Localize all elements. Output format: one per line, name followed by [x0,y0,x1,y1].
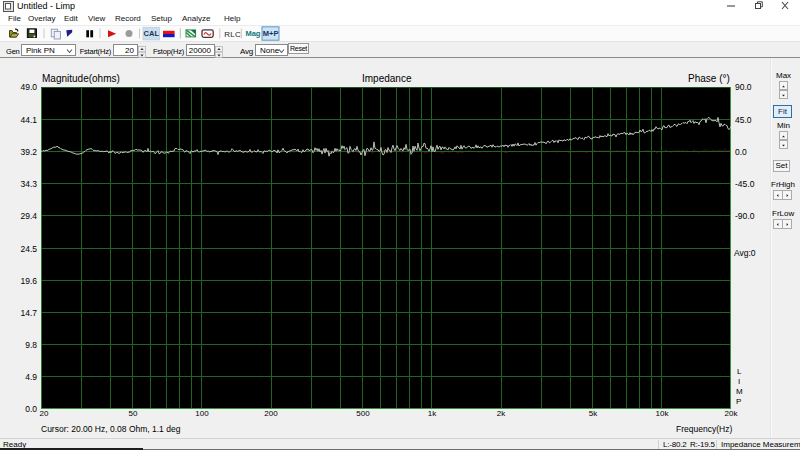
svg-text:M+P: M+P [263,29,279,38]
svg-text:Mag: Mag [245,29,260,38]
svg-text:CAL: CAL [144,29,160,38]
svg-text:RLC: RLC [224,30,241,39]
